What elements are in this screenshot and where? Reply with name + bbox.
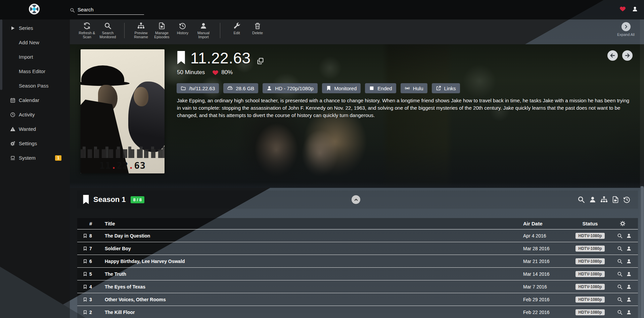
season-monitored-bookmark-icon[interactable] [83,195,89,205]
episode-interactive-search-icon[interactable] [626,259,632,264]
episode-quality-badge: HDTV-1080p [576,271,604,277]
episode-title-link[interactable]: Soldier Boy [105,246,507,251]
copy-title-icon[interactable] [257,57,264,64]
gears-icon [10,141,15,146]
sidebar-item-settings[interactable]: Settings [0,136,70,151]
episode-title-link[interactable]: The Truth [105,271,507,277]
page-scrollbar-thumb[interactable] [640,186,644,318]
sidebar-item-calendar[interactable]: Calendar [0,93,70,107]
search-icon [104,22,111,30]
series-tag-label: HD - 720p/1080p [275,86,313,91]
episode-number: 4 [89,284,105,289]
season-interactive-search-icon[interactable] [589,196,596,203]
series-overview: Jake Epping, an ordinary high school tea… [177,97,634,119]
preview-rename-button[interactable]: Preview Rename [131,22,151,39]
user-icon[interactable] [632,6,638,12]
episode-monitor-bookmark-icon[interactable] [83,297,87,303]
episode-quality-badge: HDTV-1080p [576,258,604,264]
toolbar-button-label: Search Monitored [97,31,118,39]
episode-interactive-search-icon[interactable] [626,310,632,315]
episode-title-link[interactable]: Other Voices, Other Rooms [105,297,507,302]
episode-title-link[interactable]: The Eyes of Texas [105,284,507,289]
sonarr-logo-icon[interactable] [29,4,40,14]
episode-monitor-bookmark-icon[interactable] [83,258,87,264]
season-search-icon[interactable] [578,196,585,203]
edit-button[interactable]: Edit [226,22,247,35]
sidebar-item-add-new[interactable]: Add New [0,35,70,50]
page-scrollbar[interactable] [640,19,644,318]
wrench-icon [233,22,240,30]
sitemap-icon [137,22,145,30]
episode-title-link[interactable]: The Kill Floor [105,310,507,315]
series-tag-ended: Ended [365,83,396,93]
sidebar-item-import[interactable]: Import [0,50,70,64]
sidebar: SeriesAdd NewImportMass EditorSeason Pas… [0,19,70,318]
history-button[interactable]: History [172,22,193,35]
episode-number: 7 [89,246,105,251]
collapse-season-button[interactable] [352,195,360,204]
episode-auto-search-icon[interactable] [617,259,623,264]
sidebar-item-system[interactable]: System1 [0,151,70,165]
toolbar-button-label: Manage Episodes [151,31,172,39]
episode-number: 5 [89,271,105,277]
sidebar-item-series[interactable]: Series [0,21,70,35]
episode-auto-search-icon[interactable] [617,284,623,289]
sidebar-item-mass-editor[interactable]: Mass Editor [0,64,70,78]
sidebar-item-wanted[interactable]: Wanted [0,122,70,136]
episode-number: 6 [89,259,105,264]
episode-interactive-search-icon[interactable] [626,246,632,251]
season-manage-episodes-icon[interactable] [612,196,619,203]
episode-air-date: Feb 29 2016 [507,297,566,302]
episode-row-5: 5The TruthMar 14 2016HDTV-1080p [77,268,638,280]
series-tag-links[interactable]: Links [432,83,460,93]
episode-air-date: Mar 21 2016 [507,259,566,264]
episode-row-4: 4The Eyes of TexasMar 7 2016HDTV-1080p [77,280,638,293]
search-input[interactable] [78,6,144,15]
series-title: 11.22.63 [190,49,251,67]
sidebar-item-season-pass[interactable]: Season Pass [0,78,70,93]
episode-auto-search-icon[interactable] [617,233,623,238]
episode-monitor-bookmark-icon[interactable] [83,309,87,315]
season-history-icon[interactable] [623,196,631,203]
refresh-scan-button[interactable]: Refresh & Scan [77,22,97,39]
manual-import-button[interactable]: Manual Import [193,22,214,39]
episode-interactive-search-icon[interactable] [626,297,632,302]
episode-title-link[interactable]: The Day in Question [105,233,507,238]
episode-row-3: 3Other Voices, Other RoomsFeb 29 2016HDT… [77,293,638,306]
system-count-badge: 1 [55,155,61,161]
sidebar-item-activity[interactable]: Activity [0,107,70,122]
person-icon [200,22,207,30]
delete-button[interactable]: Delete [247,22,268,35]
episode-auto-search-icon[interactable] [617,246,623,251]
episode-interactive-search-icon[interactable] [626,284,632,289]
manage-episodes-button[interactable]: Manage Episodes [151,22,172,39]
episode-auto-search-icon[interactable] [617,297,623,302]
episode-row-7: 7Soldier BoyMar 28 2016HDTV-1080p [77,242,638,255]
toolbar-button-label: History [177,31,188,35]
episode-monitor-bookmark-icon[interactable] [83,271,87,277]
episode-monitor-bookmark-icon[interactable] [83,233,87,239]
episode-auto-search-icon[interactable] [617,310,623,315]
column-status: Status [566,221,614,226]
monitored-bookmark-icon[interactable] [177,51,186,65]
toolbar-button-label: Manual Import [193,31,214,39]
search-monitored-button[interactable]: Search Monitored [97,22,118,39]
episode-quality-badge: HDTV-1080p [576,309,604,315]
next-series-button[interactable] [622,50,633,61]
episode-interactive-search-icon[interactable] [626,233,632,238]
expand-all-button[interactable]: Expand All [617,22,635,37]
donate-heart-icon[interactable] [619,6,626,12]
episode-quality-badge: HDTV-1080p [576,246,604,252]
episode-monitor-bookmark-icon[interactable] [83,246,87,252]
episode-auto-search-icon[interactable] [617,271,623,277]
sidebar-item-label: System [19,155,36,161]
previous-series-button[interactable] [607,50,618,61]
episode-interactive-search-icon[interactable] [626,271,632,277]
table-options-gear-icon[interactable] [620,221,626,226]
series-rating: 80% [221,69,233,76]
episode-air-date: Mar 7 2016 [507,284,566,289]
episode-quality-badge: HDTV-1080p [576,284,604,290]
episode-title-link[interactable]: Happy Birthday, Lee Harvey Oswald [105,259,507,264]
episode-monitor-bookmark-icon[interactable] [83,284,87,290]
season-rename-sitemap-icon[interactable] [600,196,608,203]
